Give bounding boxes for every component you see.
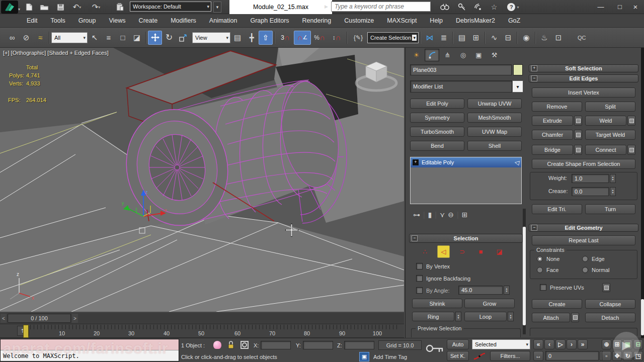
material-editor-button[interactable]: ◉: [519, 31, 533, 45]
loop-button[interactable]: Loop: [464, 312, 507, 321]
rollout-edit-edges[interactable]: − Edit Edges: [529, 74, 638, 82]
undo-button[interactable]: ↶▾: [69, 2, 85, 13]
select-and-move-button[interactable]: [148, 31, 162, 45]
viewport-label[interactable]: [+] [Orthographic] [Shaded + Edged Faces…: [3, 50, 109, 56]
configure-modifier-sets-icon[interactable]: ⊞: [462, 211, 468, 219]
render-setup-button[interactable]: ♨: [537, 31, 551, 45]
modifier-button-meshsmooth[interactable]: MeshSmooth: [467, 113, 522, 123]
mirror-button[interactable]: ⋈: [423, 31, 437, 45]
subobject-element-button[interactable]: ◪: [493, 245, 506, 258]
menu-customize[interactable]: Customize: [338, 14, 380, 27]
layer-manager-button[interactable]: ▤: [455, 31, 469, 45]
modifier-button-bend[interactable]: Bend: [410, 141, 464, 151]
rendered-frame-window-button[interactable]: ⊡: [551, 31, 566, 45]
menu-animation[interactable]: Animation: [203, 14, 244, 27]
menu-modifiers[interactable]: Modifiers: [164, 14, 203, 27]
chamfer-settings-button[interactable]: [574, 130, 582, 140]
frame-range-display[interactable]: 0 / 100: [8, 314, 71, 323]
extrude-settings-button[interactable]: [574, 116, 582, 126]
constraint-edge-radio[interactable]: [582, 256, 588, 262]
set-key-mode-button[interactable]: [426, 341, 445, 356]
workspace-selector[interactable]: Workspace: Default ▾: [130, 2, 211, 12]
selection-lock-toggle[interactable]: [227, 341, 234, 350]
angle-spinner[interactable]: ▴▾: [504, 286, 510, 295]
y-coord-field[interactable]: [303, 341, 333, 349]
scene-explorer-button[interactable]: ⊞: [469, 31, 483, 45]
rollout-edit-geometry[interactable]: − Edit Geometry: [529, 224, 638, 232]
region-zoom-button[interactable]: ▫: [602, 351, 611, 361]
absolute-offset-mode-toggle[interactable]: [240, 341, 249, 349]
z-coord-field[interactable]: [344, 341, 374, 349]
crease-spinner[interactable]: ▴▾: [610, 187, 616, 196]
menu-views[interactable]: Views: [102, 14, 132, 27]
edit-tri-button[interactable]: Edit Tri.: [532, 204, 582, 214]
play-button[interactable]: ▷: [555, 339, 566, 349]
viewport-canvas[interactable]: z y x zx: [0, 48, 404, 312]
collapse-icon[interactable]: −: [531, 225, 537, 231]
tab-display[interactable]: ▣: [471, 49, 486, 61]
modifier-button-unwrap-uvw[interactable]: Unwrap UVW: [467, 99, 522, 109]
project-folder-button[interactable]: [114, 2, 126, 13]
insert-vertex-button[interactable]: Insert Vertex: [532, 87, 635, 98]
menu-maxscript[interactable]: MAXScript: [380, 14, 423, 27]
auto-key-button[interactable]: Auto: [447, 339, 469, 349]
stack-item-editable-poly[interactable]: + Editable Poly ◁: [411, 157, 521, 167]
use-pivot-point-button[interactable]: ▤: [230, 31, 245, 45]
key-mode-toggle[interactable]: ↔: [533, 351, 543, 361]
crease-field[interactable]: 0.0: [572, 187, 609, 196]
save-file-button[interactable]: [54, 2, 66, 13]
weight-field[interactable]: 1.0: [572, 174, 609, 183]
grid-setting-display[interactable]: Grid = 10.0: [378, 340, 422, 350]
reference-coordinate-dropdown[interactable]: View▾: [192, 32, 230, 43]
search-button[interactable]: [439, 2, 451, 13]
unlink-selection-button[interactable]: ⊘: [19, 31, 33, 45]
rollout-selection[interactable]: − Selection: [409, 234, 523, 243]
select-and-link-button[interactable]: ∞: [5, 31, 19, 45]
detach-button[interactable]: Detach: [585, 313, 635, 322]
go-to-end-button[interactable]: »: [578, 339, 588, 349]
redo-button[interactable]: ↷▾: [89, 2, 104, 13]
modifier-button-symmetry[interactable]: Symmetry: [410, 113, 464, 123]
time-slider[interactable]: [23, 325, 29, 338]
zoom-extents-all-button[interactable]: ⊟: [633, 339, 643, 349]
maximize-viewport-toggle[interactable]: ◳: [633, 351, 643, 361]
range-prev-button[interactable]: <: [1, 314, 7, 323]
zoom-button[interactable]: ⊕: [602, 339, 611, 349]
curve-editor-button[interactable]: ∿: [487, 31, 501, 45]
subobject-border-button[interactable]: ⊃: [456, 245, 468, 258]
select-and-manipulate-button[interactable]: ╋: [245, 31, 259, 45]
isolate-selection-icon[interactable]: [213, 341, 221, 349]
by-vertex-checkbox[interactable]: [416, 263, 423, 269]
tab-hierarchy[interactable]: ⋔: [440, 49, 455, 61]
close-button[interactable]: ×: [629, 2, 642, 11]
chamfer-button[interactable]: Chamfer: [532, 130, 573, 140]
weight-spinner[interactable]: ▴▾: [610, 174, 616, 183]
selected-key-filter-dropdown[interactable]: Selected▾: [472, 339, 530, 349]
modifier-button-uvw-map[interactable]: UVW Map: [467, 127, 522, 137]
preserve-uvs-settings-button[interactable]: [602, 283, 610, 292]
align-button[interactable]: ≣: [437, 31, 451, 45]
remove-button[interactable]: Remove: [532, 102, 582, 112]
app-logo[interactable]: [1, 1, 18, 14]
default-in-out-tangents-button[interactable]: [473, 352, 486, 361]
tab-utilities[interactable]: ⚒: [487, 49, 502, 61]
create-shape-from-selection-button[interactable]: Create Shape From Selection: [532, 159, 635, 169]
keyboard-shortcut-override-toggle[interactable]: ⇧: [259, 31, 273, 45]
help-button[interactable]: ? ▾: [503, 2, 523, 13]
connect-button[interactable]: Connect: [585, 145, 626, 155]
object-name-field[interactable]: Plane003: [410, 64, 512, 75]
menu-create[interactable]: Create: [132, 14, 165, 27]
pin-stack-icon[interactable]: ⊶: [413, 211, 420, 219]
collapse-icon[interactable]: −: [412, 235, 418, 241]
attach-settings-button[interactable]: [571, 313, 579, 322]
listener-pink-row[interactable]: [1, 339, 179, 350]
bridge-settings-button[interactable]: [574, 145, 582, 155]
previous-frame-button[interactable]: ‹: [544, 339, 554, 349]
select-and-rotate-button[interactable]: ↻: [162, 31, 176, 45]
angle-snap-toggle[interactable]: ∩ ∠: [294, 31, 311, 45]
menu-group[interactable]: Group: [72, 14, 103, 27]
panel-scrollbar-thumb[interactable]: [523, 227, 526, 325]
collapse-icon[interactable]: −: [531, 75, 537, 81]
snaps-toggle[interactable]: 3 ∩: [277, 31, 294, 45]
modifier-button-turbosmooth[interactable]: TurboSmooth: [410, 127, 464, 137]
